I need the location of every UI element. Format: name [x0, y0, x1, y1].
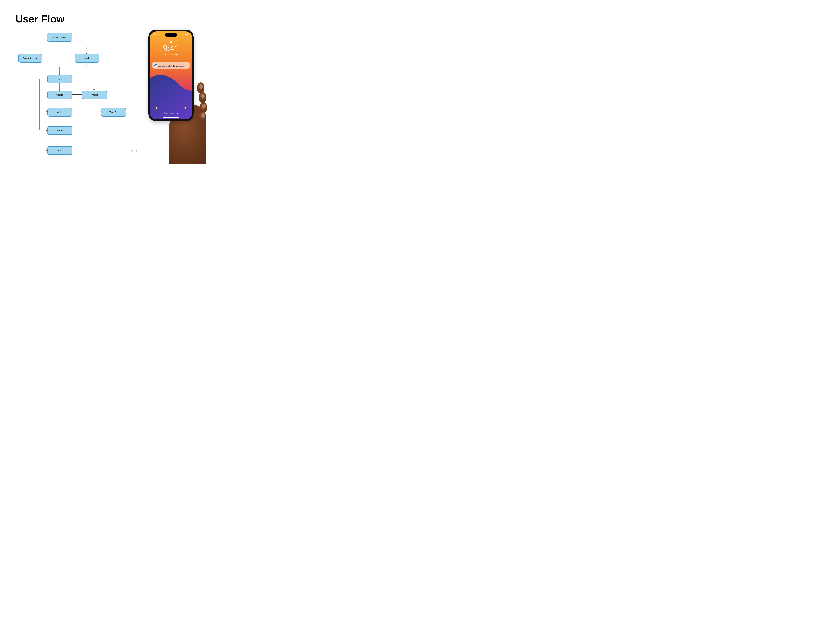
- battery-icon: [185, 34, 188, 35]
- home-indicator[interactable]: [163, 117, 179, 118]
- wifi-icon: [182, 34, 185, 35]
- notification-body: Your target price for TSLA was reached: [158, 65, 188, 67]
- swipe-hint: Swipe up to open: [150, 112, 192, 114]
- signal-icon: [179, 34, 181, 35]
- status-time: 9:41: [153, 33, 157, 36]
- svg-rect-32: [170, 42, 172, 43]
- flashlight-icon: [155, 107, 158, 109]
- svg-rect-28: [181, 34, 181, 35]
- node-splash[interactable]: Splash Screen: [47, 33, 72, 42]
- camera-icon: [184, 107, 187, 109]
- node-search[interactable]: Search: [47, 91, 72, 99]
- node-login[interactable]: Log in: [75, 54, 99, 62]
- phone-frame: 9:41 9:41 Tuesday, 6 June: [149, 29, 194, 121]
- flashlight-button[interactable]: [154, 105, 159, 111]
- notification-time: 10m ago: [183, 63, 188, 65]
- notification-app-icon: [153, 63, 157, 67]
- status-icons: [179, 33, 188, 36]
- svg-point-36: [185, 108, 186, 108]
- phone-mockup: 9:41 9:41 Tuesday, 6 June: [149, 29, 207, 162]
- node-create[interactable]: Create Account: [18, 54, 42, 62]
- user-flow-diagram: Splash ScreenCreate AccountLog inHomeSea…: [14, 31, 132, 157]
- svg-rect-26: [180, 34, 180, 35]
- phone-screen: 9:41 9:41 Tuesday, 6 June: [150, 31, 192, 119]
- camera-button[interactable]: [183, 105, 188, 111]
- lock-icon: [170, 41, 172, 44]
- diagram-edges: [14, 31, 132, 157]
- svg-point-20: [199, 84, 203, 89]
- lock-clock: 9:41: [150, 44, 192, 52]
- node-wallet[interactable]: Wallet: [47, 108, 72, 116]
- lock-date: Tuesday, 6 June: [150, 53, 192, 55]
- svg-rect-35: [185, 107, 186, 107]
- page-title: User Flow: [15, 13, 64, 25]
- svg-rect-31: [188, 34, 188, 35]
- svg-rect-27: [180, 34, 180, 35]
- node-home[interactable]: Home: [47, 75, 72, 83]
- svg-point-22: [202, 104, 206, 109]
- node-news[interactable]: News: [47, 146, 72, 155]
- node-trading[interactable]: Trading: [82, 91, 107, 99]
- canvas: User Flow Splash ScreenCreate AccountLog…: [0, 0, 215, 166]
- svg-point-23: [201, 113, 205, 118]
- node-transfer[interactable]: Transfer: [101, 108, 126, 116]
- lock-screen-header: 9:41 Tuesday, 6 June: [150, 41, 192, 55]
- svg-rect-25: [179, 35, 180, 35]
- watermark-miro: miro: [131, 150, 137, 152]
- notification-card[interactable]: Investpie 10m ago Your target price for …: [152, 62, 190, 68]
- svg-point-21: [201, 94, 205, 99]
- node-portfolio[interactable]: Portfolio: [47, 126, 72, 135]
- svg-rect-30: [186, 34, 188, 35]
- investpie-icon: [154, 64, 157, 66]
- dynamic-island: [165, 33, 177, 37]
